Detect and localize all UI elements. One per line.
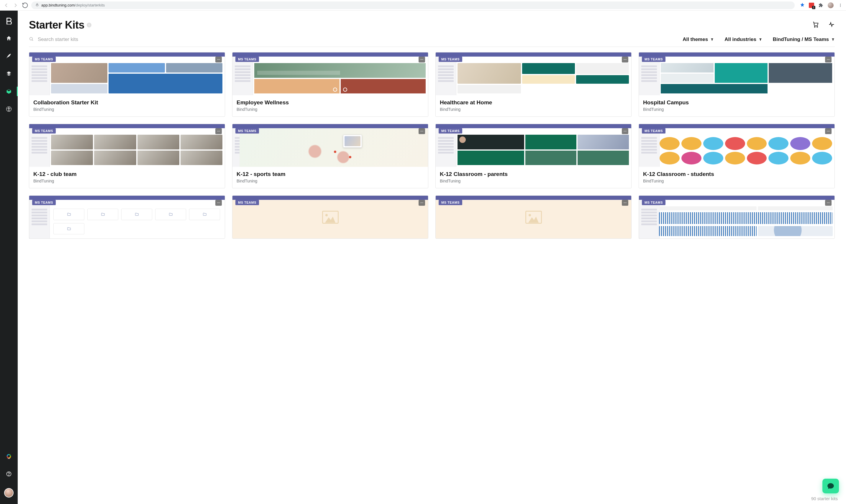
- card-caption: Collaboration Starter Kit BindTuning: [29, 95, 225, 116]
- card-thumbnail: MS TEAMS: [436, 52, 631, 95]
- svg-point-34: [828, 131, 829, 131]
- starter-kit-card[interactable]: MS TEAMS Employee Wellness BindTuning: [232, 52, 428, 117]
- card-title: K-12 - club team: [33, 171, 221, 177]
- card-more-icon[interactable]: [418, 57, 425, 62]
- svg-point-31: [625, 131, 625, 131]
- brand-logo-icon[interactable]: [0, 16, 18, 25]
- card-caption: Healthcare at Home BindTuning: [436, 95, 631, 116]
- card-more-icon[interactable]: [215, 200, 222, 206]
- ms-teams-badge: MS TEAMS: [438, 128, 462, 133]
- svg-point-18: [624, 59, 624, 60]
- card-caption: K-12 Classroom - students BindTuning: [639, 167, 834, 188]
- svg-point-44: [626, 202, 626, 203]
- browser-toolbar-right: [800, 2, 843, 8]
- ms-teams-badge: MS TEAMS: [642, 57, 666, 62]
- search-input[interactable]: [38, 37, 672, 42]
- sidebar-item-help[interactable]: [0, 469, 18, 479]
- svg-point-27: [421, 131, 421, 131]
- svg-point-9: [814, 26, 815, 28]
- chat-launcher-icon[interactable]: [823, 479, 839, 493]
- svg-point-13: [218, 59, 219, 60]
- browser-menu-icon[interactable]: [838, 3, 843, 8]
- svg-point-24: [218, 131, 218, 131]
- starter-kit-card[interactable]: MS TEAMS K-12 Classroom - parents BindTu…: [435, 124, 632, 188]
- ms-teams-badge: MS TEAMS: [32, 128, 56, 133]
- card-thumbnail: MS TEAMS: [639, 52, 834, 95]
- sidebar-item-design[interactable]: [0, 51, 18, 61]
- svg-point-23: [829, 59, 830, 60]
- ms-teams-badge: MS TEAMS: [32, 200, 56, 205]
- filter-industries[interactable]: All industries: [724, 37, 762, 42]
- sidebar-item-office365[interactable]: 365: [0, 452, 18, 461]
- activity-icon[interactable]: [828, 21, 835, 29]
- svg-point-2: [840, 5, 841, 5]
- ms-teams-badge: MS TEAMS: [438, 200, 462, 205]
- nav-back-icon[interactable]: [3, 2, 10, 8]
- extension-badge-icon[interactable]: [809, 3, 814, 8]
- card-more-icon[interactable]: [215, 57, 222, 62]
- filter-themes[interactable]: All themes: [683, 37, 714, 42]
- card-grid: MS TEAMS Collaboration Starter Kit BindT…: [29, 52, 835, 239]
- card-author: BindTuning: [237, 179, 424, 183]
- browser-chrome: app.bindtuning.com/deploy/starterkits: [0, 0, 846, 11]
- sidebar-item-home[interactable]: [0, 34, 18, 43]
- card-more-icon[interactable]: [418, 200, 425, 206]
- card-caption: K-12 - sports team BindTuning: [232, 167, 428, 188]
- cart-icon[interactable]: [812, 21, 819, 29]
- profile-avatar-icon[interactable]: [828, 2, 834, 8]
- svg-rect-0: [36, 5, 38, 6]
- starter-kit-card[interactable]: MS TEAMS: [435, 195, 632, 239]
- card-more-icon[interactable]: [825, 128, 831, 134]
- search-icon: [29, 37, 34, 42]
- svg-point-29: [423, 131, 423, 131]
- svg-point-26: [220, 131, 220, 131]
- svg-point-15: [421, 59, 421, 60]
- svg-point-14: [220, 59, 220, 60]
- filter-bar: All themes All industries BindTuning / M…: [29, 37, 835, 47]
- info-icon[interactable]: i: [87, 23, 91, 28]
- ms-teams-badge: MS TEAMS: [642, 200, 666, 205]
- starter-kit-card[interactable]: MS TEAMS Collaboration Starter Kit BindT…: [29, 52, 225, 117]
- card-more-icon[interactable]: [622, 128, 628, 134]
- svg-point-28: [421, 131, 422, 131]
- filter-platform[interactable]: BindTuning / MS Teams: [773, 37, 835, 42]
- starter-kit-card[interactable]: MS TEAMS K-12 Classroom - students BindT…: [639, 124, 835, 188]
- card-more-icon[interactable]: [418, 128, 425, 134]
- filter-icon: [831, 38, 835, 41]
- svg-point-8: [8, 475, 9, 475]
- starter-kit-card[interactable]: MS TEAMS Hospital Campus BindTuning: [639, 52, 835, 117]
- card-more-icon[interactable]: [622, 200, 628, 206]
- card-caption: Hospital Campus BindTuning: [639, 95, 834, 116]
- sidebar-item-starterkits[interactable]: [0, 87, 18, 96]
- sidebar-item-stacks[interactable]: [0, 69, 18, 78]
- nav-forward-icon[interactable]: [12, 2, 19, 8]
- svg-point-32: [626, 131, 626, 131]
- card-thumbnail: MS TEAMS: [29, 196, 225, 238]
- svg-point-10: [817, 26, 818, 28]
- sidebar-item-account[interactable]: [0, 487, 18, 499]
- svg-point-36: [218, 202, 218, 203]
- starter-kit-card[interactable]: MS TEAMS K-12 - sports team BindTuning: [232, 124, 428, 188]
- svg-point-35: [829, 131, 830, 131]
- starter-kit-card[interactable]: MS TEAMS: [29, 195, 225, 239]
- card-thumbnail: MS TEAMS: [232, 196, 428, 238]
- starter-kit-card[interactable]: MS TEAMS Healthcare at Home BindTuning: [435, 52, 632, 117]
- user-avatar-icon: [4, 488, 14, 498]
- svg-point-47: [829, 202, 830, 203]
- card-more-icon[interactable]: [825, 200, 831, 206]
- bookmark-star-icon[interactable]: [800, 2, 805, 8]
- starter-kit-card[interactable]: MS TEAMS: [232, 195, 428, 239]
- extensions-icon[interactable]: [818, 3, 824, 8]
- card-more-icon[interactable]: [215, 128, 222, 134]
- url-bar[interactable]: app.bindtuning.com/deploy/starterkits: [31, 1, 795, 9]
- card-author: BindTuning: [33, 179, 221, 183]
- svg-point-3: [840, 6, 841, 6]
- card-more-icon[interactable]: [825, 57, 831, 62]
- card-more-icon[interactable]: [622, 57, 628, 62]
- svg-point-45: [827, 202, 828, 203]
- card-thumbnail: MS TEAMS: [436, 124, 631, 167]
- starter-kit-card[interactable]: MS TEAMS: [639, 195, 835, 239]
- starter-kit-card[interactable]: MS TEAMS K-12 - club team BindTuning: [29, 124, 225, 188]
- nav-reload-icon[interactable]: [22, 2, 28, 8]
- sidebar-item-accessibility[interactable]: [0, 104, 18, 114]
